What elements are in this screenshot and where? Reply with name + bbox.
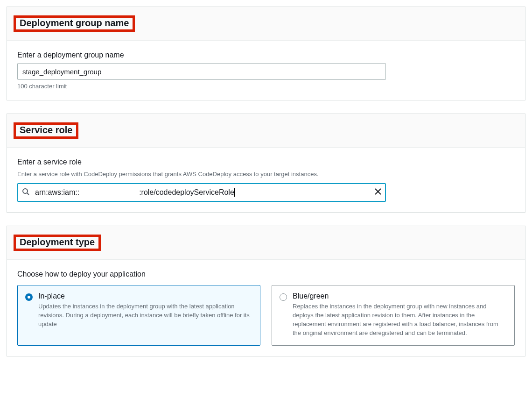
panel-title: Deployment group name — [16, 18, 129, 28]
panel-body: Enter a deployment group name 100 charac… — [7, 41, 525, 100]
option-title: Blue/green — [293, 292, 507, 300]
highlight-annotation: Deployment group name — [14, 15, 135, 32]
option-description: Replaces the instances in the deployment… — [293, 302, 507, 337]
panel-header: Deployment group name — [7, 7, 525, 41]
deployment-group-name-input[interactable] — [17, 63, 386, 80]
deployment-group-name-label: Enter a deployment group name — [17, 51, 515, 59]
panel-header: Service role — [7, 114, 525, 148]
deployment-type-panel: Deployment type Choose how to deploy you… — [7, 226, 525, 356]
tile-content: In-place Updates the instances in the de… — [38, 292, 252, 329]
deployment-type-option-blue-green[interactable]: Blue/green Replaces the instances in the… — [272, 285, 515, 345]
service-role-panel: Service role Enter a service role Enter … — [7, 114, 525, 213]
option-title: In-place — [38, 292, 252, 300]
radio-selected-icon — [25, 293, 33, 301]
deployment-type-options: In-place Updates the instances in the de… — [17, 285, 515, 345]
deployment-type-label: Choose how to deploy your application — [17, 270, 515, 278]
deployment-group-name-panel: Deployment group name Enter a deployment… — [7, 7, 525, 100]
option-description: Updates the instances in the deployment … — [38, 302, 252, 329]
panel-title: Service role — [16, 125, 72, 135]
clear-icon[interactable] — [375, 188, 381, 197]
panel-title: Deployment type — [16, 237, 95, 248]
tile-content: Blue/green Replaces the instances in the… — [293, 292, 507, 337]
highlight-annotation: Deployment type — [14, 235, 101, 251]
service-role-description: Enter a service role with CodeDeploy per… — [17, 170, 515, 178]
service-role-search-wrapper: arn:aws:iam:: xxxxxxxxxxxxxxxx :role/cod… — [17, 183, 386, 202]
service-role-label: Enter a service role — [17, 158, 515, 166]
panel-header: Deployment type — [7, 226, 525, 260]
service-role-value-prefix: arn:aws:iam:: — [35, 188, 79, 197]
radio-unselected-icon — [280, 293, 287, 301]
panel-body: Enter a service role Enter a service rol… — [7, 148, 525, 212]
service-role-value-suffix: :role/codedeployServiceRole — [139, 188, 235, 197]
highlight-annotation: Service role — [14, 122, 78, 139]
redacted-segment: xxxxxxxxxxxxxxxx — [79, 188, 139, 197]
deployment-type-option-in-place[interactable]: In-place Updates the instances in the de… — [17, 285, 260, 345]
character-limit-hint: 100 character limit — [17, 83, 515, 90]
panel-body: Choose how to deploy your application In… — [7, 260, 525, 356]
service-role-input[interactable]: arn:aws:iam:: xxxxxxxxxxxxxxxx :role/cod… — [17, 183, 386, 202]
